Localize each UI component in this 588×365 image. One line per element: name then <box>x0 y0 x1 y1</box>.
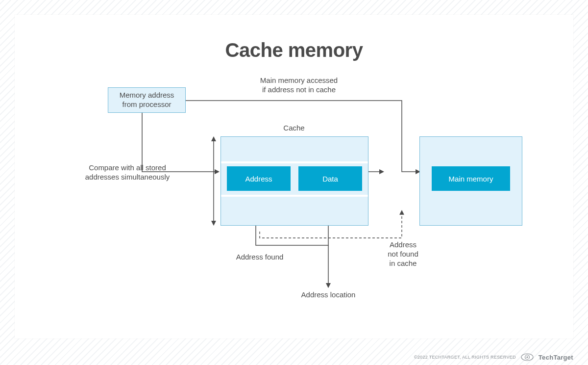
diagram-stage: Cache memory <box>15 15 573 339</box>
label-address-found: Address found <box>220 253 299 262</box>
brand-name: TechTarget <box>539 354 573 361</box>
cache-divider-bottom <box>221 195 368 197</box>
mm-right-edge <box>522 137 522 225</box>
label-cache: Cache <box>220 124 368 133</box>
cache-data-cell-label: Data <box>322 175 338 183</box>
label-main-memory-accessed: Main memory accessed if address not in c… <box>235 76 363 95</box>
mm-left-edge <box>419 137 420 225</box>
label-address-location: Address location <box>287 290 370 300</box>
main-memory-cell: Main memory <box>432 166 510 191</box>
cache-address-cell-label: Address <box>245 175 272 183</box>
memory-address-label: Memory address from processor <box>120 91 174 109</box>
diagram-canvas: Cache memory <box>15 15 573 339</box>
techtarget-eye-icon <box>521 353 534 361</box>
cache-address-cell: Address <box>227 166 291 191</box>
main-memory-cell-label: Main memory <box>449 175 493 183</box>
label-compare-addresses: Compare with all stored addresses simult… <box>78 163 176 182</box>
cache-block: Address Data <box>220 136 368 226</box>
label-address-not-found: Address not found in cache <box>375 240 431 268</box>
memory-address-box: Memory address from processor <box>108 87 186 113</box>
cache-data-cell: Data <box>298 166 362 191</box>
svg-point-2 <box>526 356 528 358</box>
main-memory-frame: Main memory <box>419 136 522 226</box>
page-footer: ©2022 TECHTARGET, ALL RIGHTS RESERVED Te… <box>414 353 573 361</box>
copyright-text: ©2022 TECHTARGET, ALL RIGHTS RESERVED <box>414 355 516 360</box>
arrow-proc-to-cache <box>142 113 219 172</box>
